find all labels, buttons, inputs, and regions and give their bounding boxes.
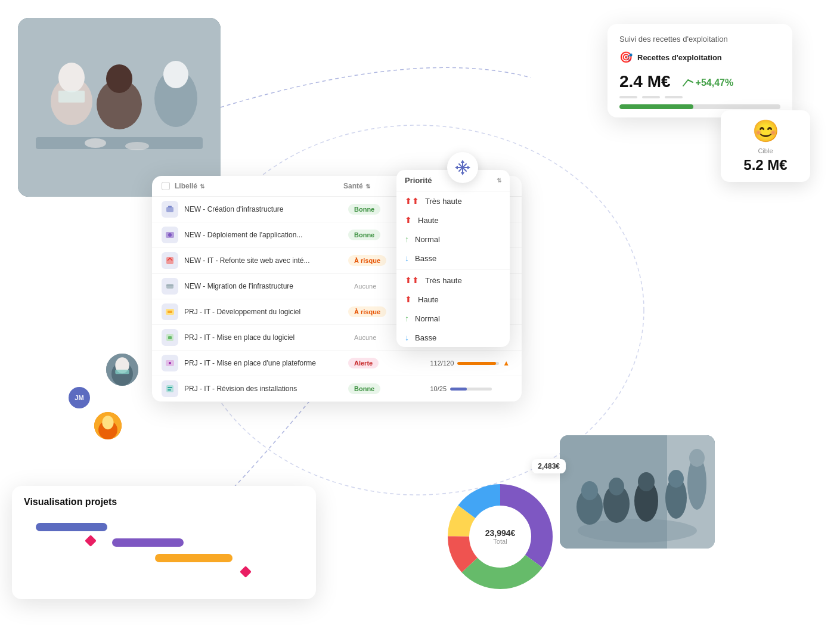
svg-marker-49 <box>461 172 464 175</box>
svg-marker-51 <box>467 166 470 169</box>
svg-point-10 <box>85 138 106 148</box>
svg-rect-37 <box>166 284 173 289</box>
svg-rect-45 <box>166 385 173 392</box>
svg-point-44 <box>169 362 171 364</box>
revenue-card-label-row: 🎯 Recettes d'exploitation <box>619 51 780 64</box>
gantt-diamond-2 <box>240 566 252 578</box>
row-label: NEW - Création d'infrastructure <box>184 205 348 213</box>
target-card: 😊 Cible 5.2 M€ <box>721 110 810 182</box>
drag-handle[interactable] <box>447 152 478 183</box>
svg-marker-50 <box>455 166 458 169</box>
sante-badge: Bonne <box>348 383 380 394</box>
priority-item-basse-2[interactable]: ↓ Basse <box>396 328 510 347</box>
svg-point-18 <box>609 478 624 495</box>
svg-rect-40 <box>168 311 172 313</box>
row-icon <box>162 252 178 269</box>
table-row[interactable]: PRJ - IT - Mise en place d'une plateform… <box>152 351 522 376</box>
priority-divider <box>396 269 510 269</box>
priority-label: Normal <box>415 235 440 244</box>
priority-dropdown[interactable]: Priorité ⇅ ⬆⬆ Très haute ⬆ Haute ↑ Norma… <box>396 170 510 347</box>
priority-label: Basse <box>415 254 436 263</box>
avatar-woman <box>104 352 140 388</box>
priority-item-basse-1[interactable]: ↓ Basse <box>396 249 510 268</box>
gantt-bar-1 <box>36 523 107 531</box>
sante-badge: Aucune <box>348 332 382 343</box>
donut-center-label: 23,994€ Total <box>485 528 516 545</box>
row-icon <box>162 227 178 243</box>
svg-marker-48 <box>461 160 464 163</box>
svg-point-24 <box>689 449 705 467</box>
meeting-photo <box>560 435 715 549</box>
sante-badge: Alerte <box>348 358 379 368</box>
gantt-bar-3 <box>155 554 233 562</box>
target-value: 5.2 M€ <box>730 157 801 174</box>
priority-item-tres-haute-1[interactable]: ⬆⬆ Très haute <box>396 191 510 210</box>
priority-label: Basse <box>415 333 436 342</box>
svg-rect-46 <box>168 387 172 388</box>
svg-rect-5 <box>58 91 85 103</box>
select-all-checkbox[interactable] <box>162 182 170 190</box>
revenue-progress-bar <box>619 104 780 109</box>
row-sante: Bonne <box>348 383 430 394</box>
svg-point-20 <box>638 472 655 491</box>
sante-badge: Bonne <box>348 230 380 240</box>
mid-icon-2: ↑ <box>405 314 409 323</box>
row-planning: 10/25 <box>430 385 513 392</box>
row-label: PRJ - IT - Développement du logiciel <box>184 308 348 316</box>
down-icon-2: ↓ <box>405 333 409 342</box>
row-label: NEW - Déploiement de l'application... <box>184 231 348 239</box>
row-icon <box>162 303 178 320</box>
gantt-diamond-1 <box>85 535 97 547</box>
row-icon <box>162 201 178 218</box>
double-up-icon-2: ⬆⬆ <box>405 275 419 285</box>
svg-point-9 <box>163 61 188 88</box>
priority-item-normal-1[interactable]: ↑ Normal <box>396 230 510 249</box>
priority-label: Haute <box>418 295 439 304</box>
revenue-amount: 2.4 M€ <box>619 72 671 91</box>
revenue-change: +54,47% <box>683 78 734 88</box>
mid-icon: ↑ <box>405 234 409 244</box>
table-row[interactable]: PRJ - IT - Révision des installations Bo… <box>152 376 522 402</box>
sante-badge: Bonne <box>348 204 380 215</box>
donut-price-bubble: 2,483€ <box>532 459 566 473</box>
row-icon <box>162 278 178 295</box>
row-label: NEW - Migration de l'infrastructure <box>184 282 348 290</box>
viz-title: Visualisation projets <box>24 497 304 507</box>
svg-point-22 <box>668 470 684 488</box>
revenue-icon: 🎯 <box>619 51 633 64</box>
sante-badge: Aucune <box>348 281 382 292</box>
priority-label: Très haute <box>425 276 462 285</box>
row-icon <box>162 380 178 397</box>
row-label: PRJ - IT - Mise en place d'une plateform… <box>184 359 348 367</box>
priority-label: Normal <box>415 314 440 323</box>
svg-rect-2 <box>36 137 203 149</box>
target-icon: 😊 <box>730 119 801 144</box>
svg-point-31 <box>102 416 113 429</box>
priority-item-tres-haute-2[interactable]: ⬆⬆ Très haute <box>396 271 510 290</box>
priority-item-haute-2[interactable]: ⬆ Haute <box>396 290 510 309</box>
row-sante: Alerte <box>348 358 430 368</box>
priority-item-normal-2[interactable]: ↑ Normal <box>396 309 510 328</box>
sante-badge: À risque <box>348 306 386 317</box>
priority-item-haute-1[interactable]: ⬆ Haute <box>396 210 510 230</box>
gantt-chart <box>24 518 304 590</box>
row-label: PRJ - IT - Révision des installations <box>184 385 348 393</box>
target-label: Cible <box>730 147 801 154</box>
revenue-decorative-lines <box>619 96 780 98</box>
priority-label: Haute <box>418 216 439 225</box>
donut-chart-area: 23,994€ Total 2,483€ <box>435 477 566 596</box>
up-icon-2: ⬆ <box>405 295 412 304</box>
svg-point-11 <box>125 142 149 150</box>
svg-point-7 <box>106 64 132 93</box>
row-label: NEW - IT - Refonte site web avec inté... <box>184 256 348 265</box>
svg-point-4 <box>58 63 85 92</box>
viz-card: Visualisation projets <box>12 486 316 599</box>
svg-rect-32 <box>166 207 173 212</box>
svg-point-16 <box>581 481 598 500</box>
row-icon <box>162 355 178 371</box>
avatar-man <box>92 410 123 441</box>
svg-rect-28 <box>115 370 129 374</box>
revenue-card: Suivi des recettes d'exploitation 🎯 Rece… <box>607 24 792 117</box>
svg-rect-47 <box>168 389 171 391</box>
donut-chart: 23,994€ Total 2,483€ <box>441 477 560 596</box>
